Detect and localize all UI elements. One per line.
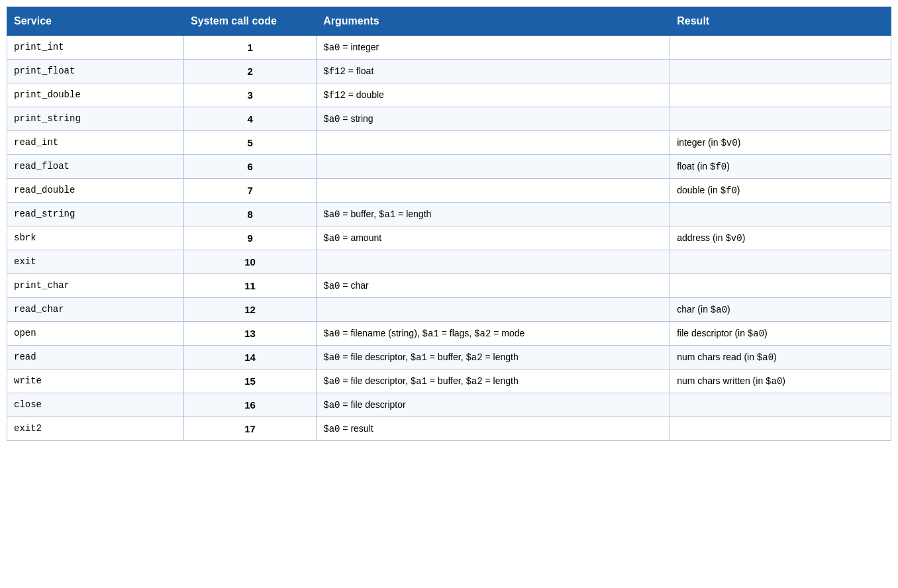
table-row: close16$a0 = file descriptor (7, 393, 891, 417)
cell-service: print_double (7, 83, 184, 107)
cell-code: 11 (184, 274, 317, 298)
header-arguments: Arguments (317, 7, 670, 36)
cell-result (670, 60, 891, 83)
table-row: read_int5integer (in $v0) (7, 131, 891, 155)
table-row: print_double3$f12 = double (7, 83, 891, 107)
cell-code: 7 (184, 179, 317, 203)
table-row: print_char11$a0 = char (7, 274, 891, 298)
cell-arguments: $a0 = result (317, 417, 670, 441)
cell-result: file descriptor (in $a0) (670, 322, 891, 346)
cell-code: 8 (184, 203, 317, 226)
cell-service: print_float (7, 60, 184, 83)
cell-result (670, 393, 891, 417)
table-header-row: Service System call code Arguments Resul… (7, 7, 891, 36)
cell-service: exit2 (7, 417, 184, 441)
cell-code: 12 (184, 298, 317, 322)
syscall-table: Service System call code Arguments Resul… (7, 7, 891, 441)
cell-result (670, 203, 891, 226)
cell-code: 1 (184, 36, 317, 60)
table-row: read_string8$a0 = buffer, $a1 = length (7, 203, 891, 226)
cell-arguments (317, 131, 670, 155)
header-code: System call code (184, 7, 317, 36)
cell-result: float (in $f0) (670, 155, 891, 179)
cell-service: read_double (7, 179, 184, 203)
table-row: read_char12char (in $a0) (7, 298, 891, 322)
cell-result: address (in $v0) (670, 226, 891, 250)
cell-arguments (317, 179, 670, 203)
header-result: Result (670, 7, 891, 36)
cell-arguments: $a0 = string (317, 107, 670, 131)
cell-service: write (7, 369, 184, 393)
table-row: exit217$a0 = result (7, 417, 891, 441)
table-row: exit10 (7, 250, 891, 274)
cell-service: read_string (7, 203, 184, 226)
table-row: sbrk9$a0 = amountaddress (in $v0) (7, 226, 891, 250)
cell-arguments: $a0 = buffer, $a1 = length (317, 203, 670, 226)
cell-service: read (7, 346, 184, 369)
cell-code: 16 (184, 393, 317, 417)
cell-result (670, 83, 891, 107)
cell-service: print_string (7, 107, 184, 131)
cell-result (670, 36, 891, 60)
cell-code: 2 (184, 60, 317, 83)
cell-result: integer (in $v0) (670, 131, 891, 155)
cell-arguments: $a0 = file descriptor (317, 393, 670, 417)
cell-result (670, 107, 891, 131)
cell-service: read_char (7, 298, 184, 322)
cell-arguments: $a0 = integer (317, 36, 670, 60)
cell-service: print_int (7, 36, 184, 60)
cell-code: 4 (184, 107, 317, 131)
cell-arguments (317, 250, 670, 274)
cell-service: exit (7, 250, 184, 274)
table-row: read_float6float (in $f0) (7, 155, 891, 179)
cell-result: char (in $a0) (670, 298, 891, 322)
header-service: Service (7, 7, 184, 36)
cell-code: 13 (184, 322, 317, 346)
cell-result: num chars written (in $a0) (670, 369, 891, 393)
cell-code: 10 (184, 250, 317, 274)
cell-service: close (7, 393, 184, 417)
cell-result: double (in $f0) (670, 179, 891, 203)
cell-arguments: $a0 = filename (string), $a1 = flags, $a… (317, 322, 670, 346)
cell-code: 9 (184, 226, 317, 250)
cell-arguments (317, 155, 670, 179)
cell-result: num chars read (in $a0) (670, 346, 891, 369)
cell-code: 17 (184, 417, 317, 441)
table-row: read14$a0 = file descriptor, $a1 = buffe… (7, 346, 891, 369)
cell-result (670, 417, 891, 441)
cell-result (670, 250, 891, 274)
cell-service: sbrk (7, 226, 184, 250)
cell-code: 15 (184, 369, 317, 393)
cell-arguments: $a0 = file descriptor, $a1 = buffer, $a2… (317, 369, 670, 393)
table-row: read_double7double (in $f0) (7, 179, 891, 203)
cell-code: 14 (184, 346, 317, 369)
cell-code: 3 (184, 83, 317, 107)
table-body: print_int1$a0 = integerprint_float2$f12 … (7, 36, 891, 441)
cell-service: print_char (7, 274, 184, 298)
cell-arguments (317, 298, 670, 322)
cell-arguments: $f12 = float (317, 60, 670, 83)
cell-arguments: $a0 = amount (317, 226, 670, 250)
table-row: print_float2$f12 = float (7, 60, 891, 83)
cell-arguments: $a0 = file descriptor, $a1 = buffer, $a2… (317, 346, 670, 369)
table-row: write15$a0 = file descriptor, $a1 = buff… (7, 369, 891, 393)
cell-arguments: $a0 = char (317, 274, 670, 298)
table-row: open13$a0 = filename (string), $a1 = fla… (7, 322, 891, 346)
cell-code: 6 (184, 155, 317, 179)
cell-arguments: $f12 = double (317, 83, 670, 107)
cell-code: 5 (184, 131, 317, 155)
table-row: print_int1$a0 = integer (7, 36, 891, 60)
cell-result (670, 274, 891, 298)
table-row: print_string4$a0 = string (7, 107, 891, 131)
cell-service: read_int (7, 131, 184, 155)
cell-service: open (7, 322, 184, 346)
cell-service: read_float (7, 155, 184, 179)
